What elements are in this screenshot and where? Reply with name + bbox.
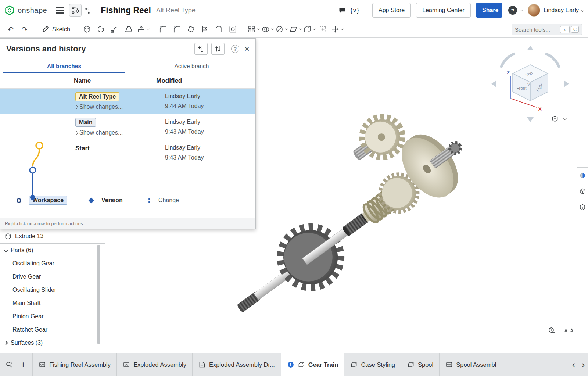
chevron-down-icon <box>4 248 8 252</box>
panel-footer-hint: Right-click on a row to perform actions <box>0 218 255 229</box>
hole-tool-icon[interactable] <box>226 23 240 36</box>
rotate-left-arrow[interactable] <box>491 80 496 87</box>
feature-item-extrude-13[interactable]: Extrude 13 <box>0 229 105 244</box>
tab-spool-assembly[interactable]: Spool Assembl <box>440 353 502 376</box>
tab-gear-train[interactable]: Gear Train <box>281 353 345 376</box>
create-version-icon[interactable] <box>82 4 94 17</box>
draft-tool-icon[interactable] <box>184 23 198 36</box>
versions-history-icon[interactable] <box>69 4 82 17</box>
rotate-up-arrow[interactable] <box>527 46 534 50</box>
tab-active-branch[interactable]: Active branch <box>128 59 255 73</box>
main-menu-icon[interactable] <box>56 7 64 14</box>
redo-button[interactable]: ↷ <box>18 23 32 36</box>
user-avatar[interactable] <box>528 4 540 17</box>
comments-icon[interactable] <box>336 4 348 17</box>
plane-tool-icon[interactable] <box>288 23 302 36</box>
part-item-pinion-gear[interactable]: Pinion Gear <box>0 310 105 323</box>
surfaces-group-header[interactable]: Surfaces (3) <box>0 336 105 350</box>
panel-help-icon[interactable]: ? <box>231 45 239 53</box>
app-store-button[interactable]: App Store <box>372 3 411 18</box>
assembly-icon <box>39 361 46 368</box>
compare-versions-button[interactable] <box>211 43 225 55</box>
workspace-tag[interactable]: Main <box>75 118 96 127</box>
version-row-start[interactable]: Start Lindsay Early 9:43 AM Today <box>0 140 255 166</box>
section-view-button[interactable] <box>577 199 588 215</box>
fillet-tool-icon[interactable] <box>156 23 170 36</box>
workspace-filter-chip[interactable]: Workspace <box>29 196 67 205</box>
row-author: Lindsay Early <box>165 144 204 151</box>
tab-all-branches[interactable]: All branches <box>0 59 128 73</box>
rotate-right-arrow[interactable] <box>564 80 569 87</box>
workspace-name: Alt Reel Type <box>156 7 196 14</box>
measure-icon[interactable] <box>548 326 556 336</box>
revolve-tool-icon[interactable] <box>94 23 108 36</box>
z-axis-label: Z <box>507 70 510 75</box>
view-cube-body[interactable]: Top Front Right <box>513 65 548 101</box>
featurescript-icon[interactable]: {∨} <box>348 4 361 17</box>
sketch-button[interactable]: Sketch <box>38 23 74 35</box>
render-mode-button[interactable] <box>577 168 588 183</box>
chamfer-tool-icon[interactable] <box>170 23 184 36</box>
onshape-logo-icon <box>4 5 15 15</box>
graph-legend: Workspace Version Change <box>0 189 255 212</box>
version-row-main[interactable]: Main Show changes... Lindsay Early 9:43 … <box>0 114 255 140</box>
parts-group-header[interactable]: Parts (6) <box>0 244 105 257</box>
transform-tool-icon[interactable] <box>330 23 344 36</box>
boolean-tool-icon[interactable] <box>260 23 274 36</box>
tab-fishing-reel-assembly[interactable]: Fishing Reel Assembly <box>33 353 117 376</box>
version-row-alt-reel-type[interactable]: Alt Reel Type Show changes... Lindsay Ea… <box>0 89 255 114</box>
shell-tool-icon[interactable] <box>212 23 226 36</box>
measure-tools <box>548 326 573 336</box>
sweep-tool-icon[interactable] <box>108 23 122 36</box>
table-header: Name Modified <box>0 73 255 89</box>
add-tab-icon[interactable]: + <box>17 358 29 371</box>
branch-tabs: All branches Active branch <box>0 59 255 73</box>
named-views-button[interactable] <box>548 113 568 124</box>
scroll-tabs-right-icon[interactable]: › <box>578 359 588 370</box>
change-legend-label[interactable]: Change <box>158 197 179 204</box>
share-button[interactable]: Share <box>476 3 502 18</box>
part-item-drive-gear[interactable]: Drive Gear <box>0 270 105 283</box>
rib-tool-icon[interactable] <box>198 23 212 36</box>
feature-tree-scrollbar[interactable] <box>97 245 100 344</box>
scroll-tabs-left-icon[interactable]: ‹ <box>569 359 578 370</box>
roll-left-arrow[interactable] <box>501 54 515 68</box>
part-item-oscillating-slider[interactable]: Oscillating Slider <box>0 283 105 297</box>
workspace-tag[interactable]: Alt Reel Type <box>75 92 119 101</box>
thicken-tool-icon[interactable] <box>136 23 150 36</box>
display-style-button[interactable] <box>577 183 588 199</box>
version-legend-label[interactable]: Version <box>101 197 123 204</box>
tab-exploded-assembly-drawing[interactable]: Exploded Assembly Dr... <box>193 353 281 376</box>
sheet-metal-tool-icon[interactable] <box>302 23 316 36</box>
loft-tool-icon[interactable] <box>122 23 136 36</box>
close-icon[interactable]: × <box>244 44 250 53</box>
part-item-oscillating-gear[interactable]: Oscillating Gear <box>0 257 105 270</box>
split-tool-icon[interactable] <box>274 23 288 36</box>
display-options-strip <box>577 167 588 215</box>
pattern-tool-icon[interactable] <box>246 23 260 36</box>
change-legend-icon <box>148 198 150 203</box>
undo-button[interactable]: ↶ <box>4 23 18 36</box>
workspace-legend-icon <box>17 198 21 203</box>
mass-properties-icon[interactable] <box>564 326 573 336</box>
part-item-main-shaft[interactable]: Main Shaft <box>0 297 105 310</box>
insert-reference-tool-icon[interactable] <box>316 23 330 36</box>
tab-case-styling[interactable]: Case Styling <box>344 353 401 376</box>
extrude-tool-icon[interactable] <box>80 23 94 36</box>
row-author: Lindsay Early <box>165 119 204 125</box>
rotate-down-arrow[interactable] <box>527 117 534 122</box>
assembly-icon <box>123 361 130 368</box>
onshape-logo[interactable]: onshape <box>4 5 47 15</box>
part-item-ratchet-gear[interactable]: Ratchet Gear <box>0 323 105 336</box>
tab-exploded-assembly[interactable]: Exploded Assembly <box>117 353 193 376</box>
search-tools-box[interactable]: ⌥ C <box>512 24 582 35</box>
help-menu[interactable]: ? <box>508 6 522 15</box>
manage-tabs-icon[interactable] <box>3 358 15 371</box>
tab-spool[interactable]: Spool <box>401 353 440 376</box>
info-icon[interactable] <box>287 361 294 368</box>
roll-right-arrow[interactable] <box>545 54 559 68</box>
logo-wordmark: onshape <box>18 6 47 15</box>
search-tools-input[interactable] <box>515 26 559 33</box>
create-version-button[interactable] <box>194 43 208 55</box>
learning-center-button[interactable]: Learning Center <box>416 3 471 18</box>
